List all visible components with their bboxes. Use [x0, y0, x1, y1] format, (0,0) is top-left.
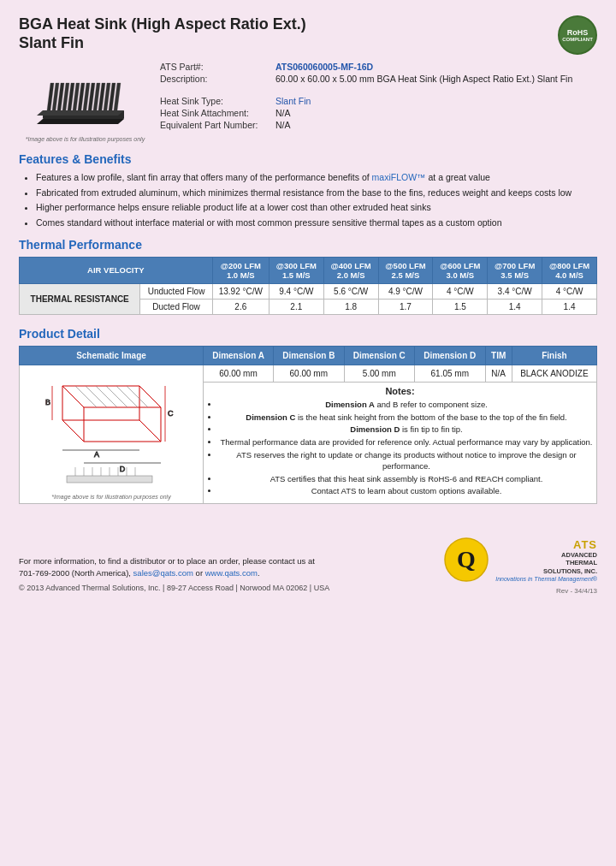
svg-text:A: A	[93, 450, 98, 459]
note-item: Contact ATS to learn about custom option…	[219, 486, 594, 497]
svg-line-22	[86, 386, 107, 407]
col-600lfm: @600 LFM3.0 M/S	[433, 257, 488, 283]
tim-value: N/A	[485, 365, 512, 382]
unducted-val-6: 4 °C/W	[542, 283, 597, 299]
pd-header-schematic-image: Schematic Image	[20, 346, 204, 365]
description-label: Description:	[160, 74, 275, 84]
heat-sink-type-value: Slant Fin	[275, 96, 311, 106]
attachment-row: Heat Sink Attachment: N/A	[160, 108, 597, 118]
ducted-val-3: 1.7	[378, 299, 433, 314]
ats-text: ATS ADVANCED THERMAL SOLUTIONS, INC. Inn…	[495, 538, 597, 582]
features-list: Features a low profile, slant fin array …	[19, 171, 597, 229]
svg-text:Q: Q	[457, 546, 476, 572]
ats-acronym: ATS	[495, 538, 597, 551]
heatsink-image	[30, 66, 141, 134]
pd-header-dimension-d: Dimension D	[415, 346, 485, 365]
svg-line-21	[75, 386, 97, 407]
equiv-part-value: N/A	[275, 120, 291, 130]
maxiflow-link[interactable]: maxiFLOW™	[372, 172, 426, 182]
dim-a-value: 60.00 mm	[204, 365, 274, 382]
unducted-val-1: 9.4 °C/W	[269, 283, 323, 299]
footer-copyright: © 2013 Advanced Thermal Solutions, Inc. …	[19, 583, 329, 595]
air-velocity-header: AIR VELOCITY	[20, 257, 213, 283]
schematic-caption: *Image above is for illustration purpose…	[22, 494, 200, 500]
dim-c-value: 5.00 mm	[344, 365, 414, 382]
col-500lfm: @500 LFM2.5 M/S	[378, 257, 433, 283]
ats-full-name: ADVANCED THERMAL SOLUTIONS, INC.	[495, 551, 597, 576]
heat-sink-type-label: Heat Sink Type:	[160, 96, 275, 106]
notes-title: Notes:	[206, 386, 594, 396]
ats-tagline: Innovations in Thermal Management®	[495, 576, 597, 582]
note-item: Thermal performance data are provided fo…	[219, 437, 594, 448]
svg-marker-18	[139, 386, 161, 442]
page-title-line2: Slant Fin	[19, 34, 306, 53]
schematic-cell: A B C D	[20, 365, 204, 503]
attachment-label: Heat Sink Attachment:	[160, 108, 275, 118]
notes-list: Dimension A and B refer to component siz…	[206, 400, 594, 498]
footer-area: For more information, to find a distribu…	[19, 530, 597, 595]
pd-header-dimension-a: Dimension A	[204, 346, 274, 365]
ducted-val-1: 2.1	[269, 299, 323, 314]
attachment-value: N/A	[275, 108, 291, 118]
rohs-badge: RoHS COMPLIANT	[558, 15, 597, 55]
product-info-row: *Image above is for illustration purpose…	[19, 62, 597, 142]
note-item: Dimension C is the heat sink height from…	[219, 412, 594, 424]
description-value: 60.00 x 60.00 x 5.00 mm BGA Heat Sink (H…	[275, 74, 572, 84]
notes-cell: Notes: Dimension A and B refer to compon…	[204, 382, 597, 503]
svg-text:C: C	[168, 409, 174, 418]
part-label: ATS Part#:	[160, 62, 275, 72]
equiv-part-row: Equivalent Part Number: N/A	[160, 120, 597, 130]
footer-email[interactable]: sales@qats.com	[133, 568, 193, 578]
footer-website[interactable]: www.qats.com	[205, 568, 258, 578]
product-image-caption: *Image above is for illustration purpose…	[26, 136, 145, 142]
svg-line-26	[127, 386, 148, 407]
page-title-line1: BGA Heat Sink (High Aspect Ratio Ext.)	[19, 15, 306, 34]
ducted-val-5: 1.4	[488, 299, 542, 314]
title-block: BGA Heat Sink (High Aspect Ratio Ext.) S…	[19, 15, 306, 52]
rev-note: Rev - 34/4/13	[443, 587, 597, 595]
page-header: BGA Heat Sink (High Aspect Ratio Ext.) S…	[19, 15, 597, 55]
col-800lfm: @800 LFM4.0 M/S	[542, 257, 597, 283]
pd-header-dimension-c: Dimension C	[344, 346, 414, 365]
unducted-val-0: 13.92 °C/W	[212, 283, 269, 299]
col-300lfm: @300 LFM1.5 M/S	[269, 257, 323, 283]
ducted-val-2: 1.8	[323, 299, 378, 314]
finish-value: BLACK ANODIZE	[512, 365, 596, 382]
svg-marker-15	[37, 119, 124, 124]
svg-line-25	[116, 386, 138, 407]
unducted-val-2: 5.6 °C/W	[323, 283, 378, 299]
svg-text:B: B	[45, 398, 50, 406]
ducted-val-0: 2.6	[212, 299, 269, 314]
svg-text:D: D	[119, 465, 125, 473]
ats-logo: Q ATS ADVANCED THERMAL SOLUTIONS, INC. I…	[443, 537, 597, 584]
svg-marker-20	[62, 420, 161, 442]
svg-marker-19	[62, 386, 84, 442]
footer-contact: For more information, to find a distribu…	[19, 555, 329, 595]
note-item: Dimension A and B refer to component siz…	[219, 400, 594, 411]
features-title: Features & Benefits	[19, 152, 597, 166]
feature-item: Comes standard without interface materia…	[36, 216, 597, 229]
ducted-val-6: 1.4	[542, 299, 597, 314]
unducted-val-5: 3.4 °C/W	[488, 283, 542, 299]
product-details: ATS Part#: ATS060060005-MF-16D Descripti…	[151, 62, 597, 142]
unducted-val-3: 4.9 °C/W	[378, 283, 433, 299]
thermal-table: AIR VELOCITY @200 LFM1.0 M/S @300 LFM1.5…	[19, 257, 597, 315]
note-item: ATS reserves the right to update or chan…	[219, 450, 594, 472]
svg-marker-17	[62, 386, 161, 407]
col-400lfm: @400 LFM2.0 M/S	[323, 257, 378, 283]
part-number-value: ATS060060005-MF-16D	[275, 62, 373, 72]
pd-header-finish: Finish	[512, 346, 596, 365]
unducted-val-4: 4 °C/W	[433, 283, 488, 299]
schematic-svg: A B C D	[37, 369, 187, 489]
pd-header-tim: TIM	[485, 346, 512, 365]
col-200lfm: @200 LFM1.0 M/S	[212, 257, 269, 283]
equiv-part-label: Equivalent Part Number:	[160, 120, 275, 130]
heat-sink-type-row: Heat Sink Type: Slant Fin	[160, 96, 597, 106]
thermal-title: Thermal Performance	[19, 238, 597, 252]
feature-item: Higher performance helps ensure reliable…	[36, 201, 597, 214]
svg-line-24	[106, 386, 127, 407]
rohs-compliant: COMPLIANT	[562, 37, 593, 42]
feature-item: Fabricated from extruded aluminum, which…	[36, 187, 597, 199]
pd-header-dimension-b: Dimension B	[274, 346, 344, 365]
product-detail-table: Schematic ImageDimension ADimension BDim…	[19, 346, 597, 504]
